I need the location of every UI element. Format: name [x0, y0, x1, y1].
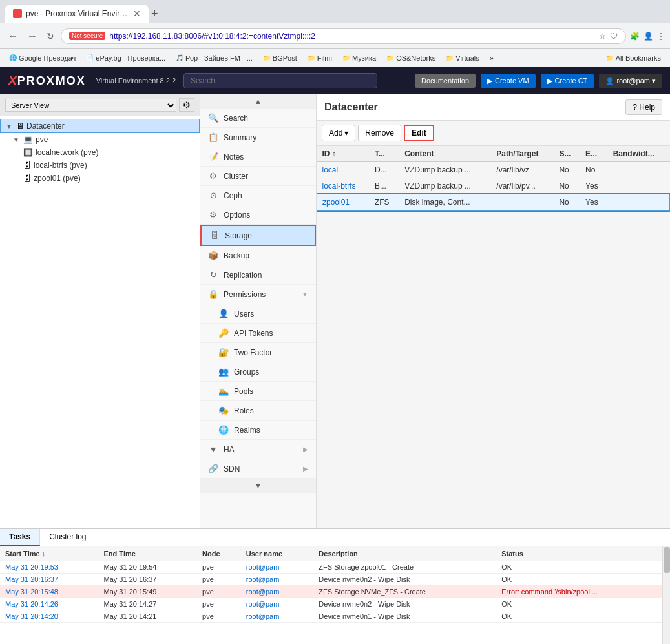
menu-icon[interactable]: ⋮ [657, 32, 665, 41]
nav-item-groups[interactable]: 👥 Groups [200, 362, 316, 382]
nav-label-groups: Groups [234, 368, 259, 377]
nav-item-realms[interactable]: 🌐 Realms [200, 421, 316, 440]
bookmark-filmi[interactable]: 📁 Filmi [304, 53, 336, 63]
table-row[interactable]: local D... VZDump backup ... /var/lib/vz… [317, 162, 670, 178]
scrollbar-thumb[interactable] [664, 547, 670, 573]
nav-item-sdn[interactable]: 🔗 SDN ▶ [200, 459, 316, 479]
notes-icon: 📝 [208, 152, 218, 161]
nav-item-users[interactable]: 👤 Users [200, 304, 316, 324]
cell-status: OK [496, 598, 662, 610]
nav-item-search[interactable]: 🔍 Search [200, 109, 316, 128]
tree-item-datacenter[interactable]: ▼ 🖥 Datacenter [0, 119, 200, 133]
bookmark-epay[interactable]: 📄 ePay.bg - Проверка... [82, 53, 169, 63]
nav-item-cluster[interactable]: ⚙ Cluster [200, 167, 316, 186]
nav-item-backup[interactable]: 📦 Backup [200, 246, 316, 265]
table-row[interactable]: local-btrfs B... VZDump backup ... /var/… [317, 178, 670, 194]
nav-item-api-tokens[interactable]: 🔑 API Tokens [200, 324, 316, 343]
tree-item-local-btrfs[interactable]: 🗄 local-btrfs (pve) [0, 159, 200, 172]
new-tab-button[interactable]: + [151, 7, 158, 21]
cell-status: Error: command '/sbin/zpool ... [496, 586, 662, 598]
expand-icon: ▼ [6, 123, 14, 130]
star-icon[interactable]: ☆ [599, 32, 606, 41]
nav-item-notes[interactable]: 📝 Notes [200, 147, 316, 167]
cell-id[interactable]: local-btrfs [317, 178, 370, 194]
nav-item-replication[interactable]: ↻ Replication [200, 265, 316, 285]
table-row-selected[interactable]: zpool01 ZFS Disk image, Cont... No Yes [317, 194, 670, 211]
cell-end: May 31 20:15:49 [99, 586, 198, 598]
bookmark-label: Музика [352, 54, 376, 62]
tree-item-pve[interactable]: ▼ 💻 pve [0, 133, 200, 146]
create-vm-button[interactable]: ▶ Create VM [481, 74, 536, 88]
tree-label-datacenter: Datacenter [26, 121, 65, 130]
bookmark-label: Рор - Зайцев.FM - ... [185, 54, 253, 62]
create-ct-button[interactable]: ▶ Create CT [541, 74, 594, 88]
nav-item-ha[interactable]: ♥ HA ▶ [200, 440, 316, 459]
header-search-input[interactable] [183, 73, 377, 88]
tab-cluster-log[interactable]: Cluster log [40, 529, 96, 546]
user-menu-button[interactable]: 👤 root@pam ▾ [599, 74, 662, 88]
nav-label-pools: Pools [234, 387, 253, 396]
bookmark-translate[interactable]: 🌐 Google Преводач [5, 53, 79, 63]
permissions-icon: 🔒 [208, 289, 218, 299]
refresh-button[interactable]: ↻ [44, 28, 57, 44]
task-row[interactable]: May 31 20:19:53 May 31 20:19:54 pve root… [0, 561, 662, 574]
cell-desc: Device nvme0n2 - Wipe Disk [313, 598, 496, 610]
tree-item-localnetwork[interactable]: 🔲 localnetwork (pve) [0, 146, 200, 159]
task-row[interactable]: May 31 20:16:37 May 31 20:16:37 pve root… [0, 574, 662, 586]
options-icon: ⚙ [208, 210, 218, 220]
logo-name: PROXMOX [17, 74, 86, 88]
bookmark-music[interactable]: 📁 Музика [339, 53, 380, 63]
bookmark-pop[interactable]: 🎵 Рор - Зайцев.FM - ... [172, 53, 256, 63]
bookmark-os[interactable]: 📁 OS&Netorks [382, 53, 439, 63]
nav-item-permissions[interactable]: 🔒 Permissions ▼ [200, 285, 316, 304]
nav-scroll-up[interactable]: ▲ [200, 94, 316, 109]
tree-item-zpool01[interactable]: 🗄 zpool01 (pve) [0, 172, 200, 185]
task-row[interactable]: May 31 20:14:26 May 31 20:14:27 pve root… [0, 598, 662, 610]
nav-label-replication: Replication [224, 271, 262, 280]
add-label: Add [329, 129, 342, 138]
bookmark-more[interactable]: » [486, 53, 497, 63]
browser-tab[interactable]: pve - Proxmox Virtual Environm... ✕ [5, 5, 149, 23]
remove-button[interactable]: Remove [358, 125, 401, 141]
nav-item-roles[interactable]: 🎭 Roles [200, 401, 316, 421]
bookmark-all[interactable]: 📁 All Bookmarks [602, 53, 665, 63]
table-body: local D... VZDump backup ... /var/lib/vz… [317, 162, 670, 211]
add-button[interactable]: Add ▾ [322, 125, 355, 141]
cell-id[interactable]: local [317, 162, 370, 178]
nav-item-options[interactable]: ⚙ Options [200, 205, 316, 225]
view-selector[interactable]: Server View [5, 99, 176, 112]
documentation-button[interactable]: Documentation [415, 74, 476, 88]
nav-item-pools[interactable]: 🏊 Pools [200, 382, 316, 401]
nav-label-realms: Realms [234, 426, 260, 435]
nav-item-two-factor[interactable]: 🔐 Two Factor [200, 343, 316, 362]
cell-content: VZDump backup ... [399, 178, 491, 194]
realms-icon: 🌐 [218, 425, 229, 435]
back-button[interactable]: ← [5, 28, 21, 45]
task-row-error[interactable]: May 31 20:15:48 May 31 20:15:49 pve root… [0, 586, 662, 598]
edit-button[interactable]: Edit [404, 125, 434, 141]
cell-status: OK [496, 561, 662, 574]
bookmark-bgpost[interactable]: 📁 BGPost [259, 53, 301, 63]
nav-scroll-down[interactable]: ▼ [200, 479, 316, 493]
task-row[interactable]: May 31 20:14:20 May 31 20:14:21 pve root… [0, 610, 662, 623]
account-icon[interactable]: 👤 [644, 32, 653, 41]
nav-item-summary[interactable]: 📋 Summary [200, 128, 316, 147]
tab-close-btn[interactable]: ✕ [133, 8, 141, 19]
shield-icon: 🛡 [610, 32, 618, 41]
extensions-icon[interactable]: 🧩 [630, 32, 640, 41]
sidebar-gear-button[interactable]: ⚙ [179, 98, 194, 112]
help-button[interactable]: ? Help [625, 99, 662, 115]
cell-content: VZDump backup ... [399, 162, 491, 178]
expand-icon: ▼ [13, 136, 21, 143]
nav-item-storage[interactable]: 🗄 Storage [200, 225, 316, 246]
cell-id[interactable]: zpool01 [317, 194, 370, 211]
cell-status: OK [496, 574, 662, 586]
nav-label-roles: Roles [234, 406, 254, 415]
tab-tasks[interactable]: Tasks [0, 529, 40, 546]
nav-item-ceph[interactable]: ⊙ Ceph [200, 186, 316, 205]
tasks-table: Start Time ↓ End Time Node User name Des… [0, 546, 662, 644]
storage-icon: 🗄 [23, 174, 31, 183]
forward-button[interactable]: → [25, 28, 40, 45]
nav-label-ha: HA [224, 445, 235, 454]
bookmark-virtuals[interactable]: 📁 Virtuals [442, 53, 483, 63]
